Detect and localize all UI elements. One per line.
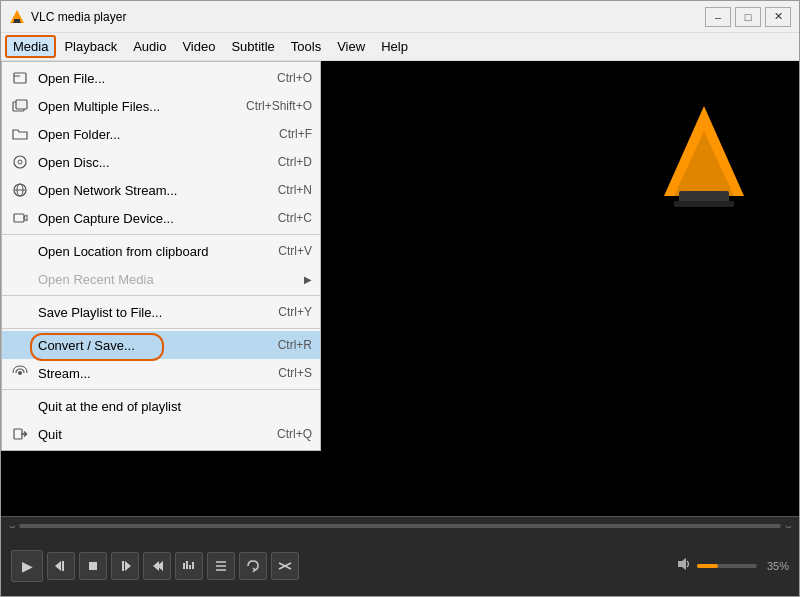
menu-video[interactable]: Video <box>174 35 223 58</box>
open-disc-shortcut: Ctrl+D <box>278 155 312 169</box>
menu-bar: Media Playback Audio Video Subtitle Tool… <box>1 33 799 61</box>
controls-row: ▶ <box>1 535 799 596</box>
shuffle-button[interactable] <box>271 552 299 580</box>
quit-end-label: Quit at the end of playlist <box>38 399 312 414</box>
open-recent-arrow: ▶ <box>304 274 312 285</box>
volume-slider[interactable] <box>697 564 757 568</box>
open-network-label: Open Network Stream... <box>38 183 258 198</box>
svg-rect-24 <box>122 561 124 571</box>
menu-open-network[interactable]: Open Network Stream... Ctrl+N <box>2 176 320 204</box>
quit-icon <box>10 426 30 442</box>
menu-stream[interactable]: Stream... Ctrl+S <box>2 359 320 387</box>
menu-save-playlist[interactable]: Save Playlist to File... Ctrl+Y <box>2 298 320 326</box>
menu-quit-end[interactable]: Quit at the end of playlist <box>2 392 320 420</box>
svg-marker-20 <box>55 561 61 571</box>
svg-rect-9 <box>16 100 27 109</box>
open-disc-label: Open Disc... <box>38 155 258 170</box>
svg-rect-2 <box>13 22 21 23</box>
next-button[interactable] <box>111 552 139 580</box>
progress-left-dots: ·-· <box>9 521 15 532</box>
menu-quit[interactable]: Quit Ctrl+Q <box>2 420 320 448</box>
open-location-label: Open Location from clipboard <box>38 244 258 259</box>
menu-open-folder[interactable]: Open Folder... Ctrl+F <box>2 120 320 148</box>
menu-open-disc[interactable]: Open Disc... Ctrl+D <box>2 148 320 176</box>
svg-point-17 <box>18 371 22 375</box>
open-location-shortcut: Ctrl+V <box>278 244 312 258</box>
playlist-button[interactable] <box>207 552 235 580</box>
menu-subtitle[interactable]: Subtitle <box>223 35 282 58</box>
open-folder-icon <box>10 126 30 142</box>
separator-2 <box>2 295 320 296</box>
menu-media[interactable]: Media <box>5 35 56 58</box>
svg-rect-22 <box>89 562 97 570</box>
svg-point-10 <box>14 156 26 168</box>
vlc-icon <box>9 9 25 25</box>
volume-label: 35% <box>761 560 789 572</box>
quit-label: Quit <box>38 427 257 442</box>
progress-track[interactable] <box>19 524 781 528</box>
volume-icon <box>677 556 693 575</box>
open-file-shortcut: Ctrl+O <box>277 71 312 85</box>
svg-rect-21 <box>62 561 64 571</box>
play-button[interactable]: ▶ <box>11 550 43 582</box>
separator-3 <box>2 328 320 329</box>
menu-tools[interactable]: Tools <box>283 35 329 58</box>
svg-rect-6 <box>674 201 734 207</box>
content-area: Open File... Ctrl+O Open Multiple Files.… <box>1 61 799 516</box>
svg-marker-40 <box>678 558 686 570</box>
open-network-shortcut: Ctrl+N <box>278 183 312 197</box>
controls-area: ·-· ·-· ▶ <box>1 516 799 596</box>
open-capture-icon <box>10 210 30 226</box>
title-bar: VLC media player – □ ✕ <box>1 1 799 33</box>
minimize-button[interactable]: – <box>705 7 731 27</box>
loop-button[interactable] <box>239 552 267 580</box>
window-controls: – □ ✕ <box>705 7 791 27</box>
save-playlist-shortcut: Ctrl+Y <box>278 305 312 319</box>
svg-rect-1 <box>14 19 20 22</box>
menu-open-file[interactable]: Open File... Ctrl+O <box>2 64 320 92</box>
stream-label: Stream... <box>38 366 258 381</box>
svg-point-11 <box>18 160 22 164</box>
volume-fill <box>697 564 718 568</box>
vlc-cone <box>659 101 749 211</box>
frame-back-button[interactable] <box>143 552 171 580</box>
equalizer-button[interactable] <box>175 552 203 580</box>
separator-1 <box>2 234 320 235</box>
maximize-button[interactable]: □ <box>735 7 761 27</box>
open-disc-icon <box>10 154 30 170</box>
media-dropdown: Open File... Ctrl+O Open Multiple Files.… <box>1 61 321 451</box>
volume-area: 35% <box>677 556 789 575</box>
svg-rect-15 <box>14 214 24 222</box>
prev-button[interactable] <box>47 552 75 580</box>
menu-open-capture[interactable]: Open Capture Device... Ctrl+C <box>2 204 320 232</box>
save-playlist-label: Save Playlist to File... <box>38 305 258 320</box>
menu-playback[interactable]: Playback <box>56 35 125 58</box>
stream-shortcut: Ctrl+S <box>278 366 312 380</box>
open-network-icon <box>10 182 30 198</box>
open-recent-label: Open Recent Media <box>38 272 304 287</box>
quit-shortcut: Ctrl+Q <box>277 427 312 441</box>
menu-view[interactable]: View <box>329 35 373 58</box>
stop-button[interactable] <box>79 552 107 580</box>
menu-help[interactable]: Help <box>373 35 416 58</box>
open-capture-shortcut: Ctrl+C <box>278 211 312 225</box>
open-folder-shortcut: Ctrl+F <box>279 127 312 141</box>
convert-save-shortcut: Ctrl+R <box>278 338 312 352</box>
open-multiple-icon <box>10 98 30 114</box>
progress-bar-area: ·-· ·-· <box>1 517 799 535</box>
open-capture-label: Open Capture Device... <box>38 211 258 226</box>
close-button[interactable]: ✕ <box>765 7 791 27</box>
progress-right-dots: ·-· <box>785 521 791 532</box>
menu-open-location[interactable]: Open Location from clipboard Ctrl+V <box>2 237 320 265</box>
open-folder-label: Open Folder... <box>38 127 259 142</box>
menu-open-recent[interactable]: Open Recent Media ▶ <box>2 265 320 293</box>
svg-rect-18 <box>14 429 22 439</box>
open-file-icon <box>10 70 30 86</box>
svg-rect-7 <box>14 73 26 83</box>
separator-4 <box>2 389 320 390</box>
svg-marker-23 <box>125 561 131 571</box>
menu-open-multiple[interactable]: Open Multiple Files... Ctrl+Shift+O <box>2 92 320 120</box>
menu-convert-save[interactable]: Convert / Save... Ctrl+R <box>2 331 320 359</box>
vlc-window: VLC media player – □ ✕ Media Playback Au… <box>0 0 800 597</box>
menu-audio[interactable]: Audio <box>125 35 174 58</box>
